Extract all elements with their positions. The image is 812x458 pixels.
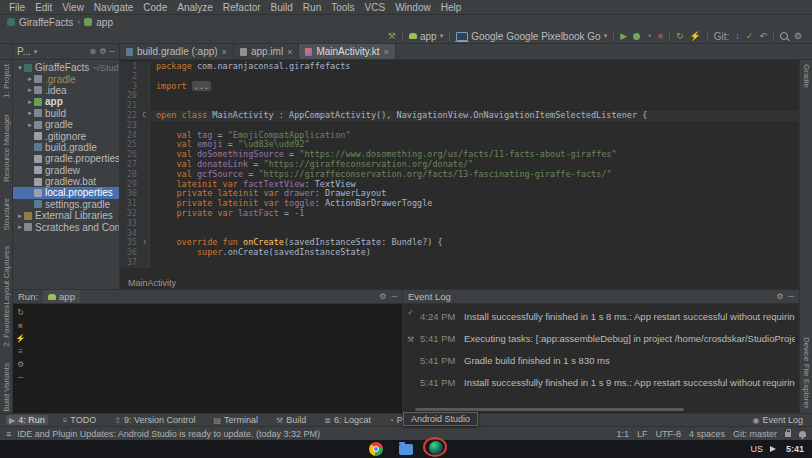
- status-4-spaces[interactable]: 4 spaces: [689, 429, 725, 439]
- search-icon[interactable]: [780, 32, 788, 40]
- panel-settings-gear-icon[interactable]: ⚙: [99, 47, 106, 56]
- bolt-icon[interactable]: ⚡: [16, 334, 26, 343]
- close-tab-icon[interactable]: ×: [384, 47, 389, 57]
- code-area[interactable]: 1package com.naranjaconsal.giraffefacts2…: [120, 60, 799, 277]
- menu-code[interactable]: Code: [138, 2, 172, 13]
- tree-item-app[interactable]: ▸app: [13, 96, 119, 107]
- gear-icon[interactable]: ⚙: [17, 360, 24, 369]
- hide-panel-icon[interactable]: ─: [109, 47, 115, 56]
- tree-item-gradle[interactable]: ▸.gradle: [13, 73, 119, 84]
- menu-run[interactable]: Run: [298, 2, 326, 13]
- run-console[interactable]: [28, 304, 402, 413]
- settings-gear-icon[interactable]: ⚙: [794, 32, 802, 41]
- editor-tab-build-gradle-app[interactable]: build.gradle (:app)×: [120, 44, 234, 59]
- editor[interactable]: 1package com.naranjaconsal.giraffefacts2…: [120, 60, 799, 289]
- check-icon[interactable]: ✓: [407, 308, 414, 317]
- lock-icon[interactable]: [785, 432, 791, 437]
- status-message[interactable]: IDE and Plugin Updates: Android Studio i…: [17, 429, 320, 439]
- event-log-settings-gear-icon[interactable]: ⚙: [776, 292, 783, 301]
- breadcrumb-module[interactable]: app: [96, 17, 113, 28]
- toolwindow-button-4-run[interactable]: ▶4: Run: [6, 415, 48, 425]
- tool-window-button-layout-captures[interactable]: Layout Captures: [2, 246, 11, 305]
- tree-item-gradlew[interactable]: gradlew: [13, 165, 119, 176]
- keyboard-layout-indicator[interactable]: US: [750, 444, 763, 454]
- tool-window-button-2-favorites[interactable]: 2: Favorites: [2, 305, 11, 347]
- tree-item-build[interactable]: ▸build: [13, 108, 119, 119]
- minimize-icon[interactable]: ─: [391, 292, 397, 301]
- apply-code-changes-button[interactable]: ⚡: [690, 32, 701, 41]
- toolwindow-button-todo[interactable]: ≡TODO: [60, 415, 100, 425]
- profile-button[interactable]: ◔: [646, 32, 651, 41]
- build-hammer-icon[interactable]: ⚒: [388, 32, 396, 41]
- editor-tab-app-iml[interactable]: app.iml×: [234, 44, 300, 59]
- hammer-icon[interactable]: ⚒: [407, 335, 414, 344]
- run-configuration-select[interactable]: app ▾: [409, 31, 443, 42]
- tool-window-button-resource-manager[interactable]: Resource Manager: [2, 114, 11, 182]
- toolwindow-button-9-version-control[interactable]: ⇧9: Version Control: [111, 415, 198, 425]
- tree-item-settings-gradle[interactable]: settings.gradle: [13, 199, 119, 210]
- menu-refactor[interactable]: Refactor: [218, 2, 266, 13]
- tree-arrow-icon[interactable]: ▸: [16, 212, 24, 220]
- device-select[interactable]: Google Google Pixelbook Go ▾: [456, 31, 607, 42]
- status-git-master[interactable]: Git: master: [733, 429, 777, 439]
- tree-item-scratches-and-consoles[interactable]: ▸Scratches and Consoles: [13, 221, 119, 232]
- tool-window-button-build-variants[interactable]: Build Variants: [2, 363, 11, 412]
- stop-button[interactable]: ■: [658, 32, 663, 41]
- tree-item-gradle[interactable]: ▸gradle: [13, 119, 119, 130]
- tool-window-button-device-file-explorer[interactable]: Device File Explorer: [802, 337, 811, 409]
- git-commit-button[interactable]: ✓: [746, 32, 754, 41]
- volume-icon[interactable]: [770, 446, 779, 452]
- status-menu-icon[interactable]: ≡: [6, 429, 11, 439]
- menu-file[interactable]: File: [4, 2, 30, 13]
- menu-help[interactable]: Help: [436, 2, 467, 13]
- tree-arrow-icon[interactable]: ▸: [26, 121, 34, 129]
- tree-arrow-icon[interactable]: ▸: [16, 223, 24, 231]
- git-revert-button[interactable]: ↶: [759, 32, 767, 41]
- tool-window-button-structure[interactable]: Structure: [2, 198, 11, 230]
- menu-icon[interactable]: ≡: [18, 347, 23, 356]
- notifications-bell-icon[interactable]: [799, 431, 806, 437]
- run-settings-gear-icon[interactable]: ⚙: [379, 292, 386, 301]
- file-manager-icon[interactable]: [399, 444, 413, 455]
- tree-item-gradlew-bat[interactable]: gradlew.bat: [13, 176, 119, 187]
- tree-arrow-icon[interactable]: ▸: [26, 98, 34, 106]
- menu-edit[interactable]: Edit: [30, 2, 57, 13]
- run-tab-app[interactable]: app: [43, 290, 80, 303]
- chrome-icon[interactable]: [369, 442, 383, 456]
- project-panel-title[interactable]: P...: [17, 46, 31, 57]
- minimize-icon[interactable]: ─: [18, 373, 24, 382]
- stop-icon[interactable]: ■: [18, 321, 23, 330]
- debug-button[interactable]: [633, 33, 640, 40]
- close-tab-icon[interactable]: ×: [222, 47, 227, 57]
- tree-item-build-gradle[interactable]: build.gradle: [13, 142, 119, 153]
- tree-item-local-properties[interactable]: local.properties: [13, 187, 119, 198]
- rerun-icon[interactable]: ↻: [17, 308, 24, 317]
- breadcrumb-project[interactable]: GiraffeFacts: [19, 17, 73, 28]
- editor-breadcrumb[interactable]: MainActivity: [120, 277, 799, 289]
- minimize-icon[interactable]: ─: [788, 292, 794, 301]
- tree-item-gitignore[interactable]: .gitignore: [13, 130, 119, 141]
- tool-window-button-gradle[interactable]: Gradle: [802, 64, 811, 88]
- tree-arrow-icon[interactable]: ▾: [16, 64, 24, 72]
- tree-item-external-libraries[interactable]: ▸External Libraries: [13, 210, 119, 221]
- menu-build[interactable]: Build: [266, 2, 298, 13]
- status-utf-8[interactable]: UTF-8: [655, 429, 681, 439]
- expand-all-icon[interactable]: ⊕: [89, 47, 96, 56]
- tree-item-idea[interactable]: ▸.idea: [13, 85, 119, 96]
- tree-item-gradle-properties[interactable]: gradle.properties: [13, 153, 119, 164]
- toolwindow-button-6-logcat[interactable]: ≣6: Logcat: [321, 415, 374, 425]
- run-button[interactable]: ▶: [620, 32, 627, 41]
- tree-arrow-icon[interactable]: ▸: [26, 86, 34, 94]
- status-1-1[interactable]: 1:1: [616, 429, 629, 439]
- menu-navigate[interactable]: Navigate: [89, 2, 138, 13]
- menu-view[interactable]: View: [57, 2, 89, 13]
- tree-arrow-icon[interactable]: ▸: [26, 109, 34, 117]
- tree-item-giraffefacts[interactable]: ▾GiraffeFacts~/StudioProjects/GiraffeFac…: [13, 62, 119, 73]
- toolwindow-button-terminal[interactable]: ▤Terminal: [210, 415, 261, 425]
- tree-arrow-icon[interactable]: ▸: [26, 75, 34, 83]
- menu-vcs[interactable]: VCS: [360, 2, 391, 13]
- menu-analyze[interactable]: Analyze: [172, 2, 218, 13]
- git-update-button[interactable]: ↓: [735, 32, 740, 41]
- apply-changes-button[interactable]: ↻: [676, 32, 684, 41]
- horizontal-scrollbar[interactable]: [415, 408, 684, 411]
